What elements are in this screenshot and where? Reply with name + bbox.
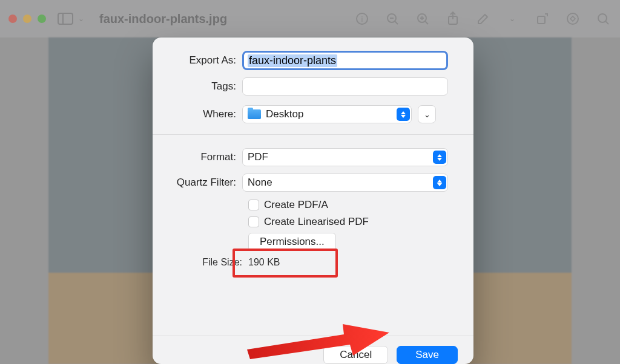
save-button[interactable]: Save [397, 346, 458, 364]
create-pdfa-checkbox[interactable] [248, 200, 259, 210]
export-sheet: Export As: faux-indoor-plants Tags: Wher… [153, 37, 473, 364]
create-pdfa-label: Create PDF/A [264, 199, 328, 211]
expand-save-panel-button[interactable]: ⌄ [418, 105, 436, 123]
where-label: Where: [168, 108, 242, 120]
updown-arrows-icon [397, 108, 410, 121]
where-dropdown[interactable]: Desktop [242, 105, 412, 123]
format-label: Format: [168, 151, 242, 163]
format-value: PDF [248, 151, 268, 163]
updown-arrows-icon [433, 176, 446, 189]
quartz-filter-value: None [248, 177, 272, 189]
cancel-button[interactable]: Cancel [323, 346, 388, 364]
quartz-filter-dropdown[interactable]: None [242, 174, 448, 192]
permissions-button[interactable]: Permissions... [248, 233, 336, 251]
file-size-label: File Size: [168, 257, 248, 268]
export-as-label: Export As: [168, 54, 242, 67]
quartz-filter-label: Quartz Filter: [168, 177, 242, 189]
where-value: Desktop [266, 108, 303, 120]
format-dropdown[interactable]: PDF [242, 148, 448, 166]
create-linearised-label: Create Linearised PDF [264, 216, 369, 228]
tags-label: Tags: [168, 80, 242, 93]
tags-input[interactable] [242, 77, 448, 96]
export-as-input[interactable]: faux-indoor-plants [242, 51, 448, 70]
updown-arrows-icon [433, 151, 446, 164]
file-size-value: 190 KB [248, 257, 280, 268]
create-linearised-checkbox[interactable] [248, 216, 259, 227]
folder-icon [248, 109, 261, 119]
